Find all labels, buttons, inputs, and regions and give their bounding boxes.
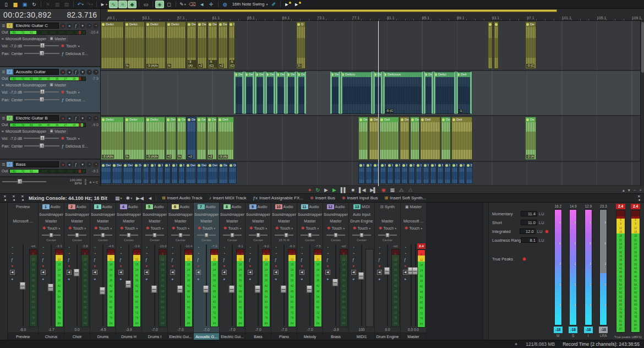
track-grip-icon[interactable]: ≣ bbox=[2, 69, 6, 74]
automation-mode-control[interactable]: ✱Touch▾ bbox=[64, 224, 90, 232]
track-lane[interactable]: Delici-3 (A)fxDelicifxDelici-3 (A)fxDeli… bbox=[101, 116, 644, 162]
audio-clip[interactable]: Delicious-5 (C bbox=[383, 72, 423, 114]
track-menu-caret[interactable]: ▾ bbox=[80, 69, 85, 75]
audio-clip[interactable]: De bbox=[459, 162, 465, 184]
audio-clip[interactable]: Del bbox=[208, 162, 218, 184]
fader-handle[interactable] bbox=[332, 279, 339, 286]
pan-slider-handle[interactable] bbox=[308, 233, 312, 237]
knob-b-icon[interactable]: ◔ bbox=[93, 116, 99, 121]
strip-fx-button[interactable]: ƒ bbox=[326, 258, 329, 262]
knob-b-icon[interactable]: ◔ bbox=[93, 162, 99, 167]
channel-strip-chorus[interactable]: 1AudioSoundmapperMaster✱Touch▾Center◔◔ƒ●… bbox=[39, 203, 64, 340]
track-header[interactable]: ≣♪Electric Guitar B●●ƒ▾◔◔Out817263544536… bbox=[0, 113, 100, 160]
volume-fader[interactable] bbox=[305, 243, 313, 327]
loop-playback-button[interactable]: ↻ bbox=[315, 186, 319, 194]
audio-clip[interactable]: Del bbox=[276, 72, 286, 114]
audio-clip[interactable]: Del+2 bbox=[207, 117, 217, 160]
fader-handle[interactable] bbox=[48, 284, 54, 291]
record-arm-button[interactable]: ● bbox=[60, 162, 66, 167]
pan-slider[interactable] bbox=[245, 232, 271, 238]
mute-button[interactable]: ● bbox=[11, 277, 13, 281]
channel-strip-preview[interactable]: Preview Microsoft ... ◔◔ƒ●◀●-inf.6121824… bbox=[8, 203, 39, 340]
audio-clip[interactable]: De bbox=[408, 162, 415, 184]
audio-clip[interactable]: Del bbox=[330, 72, 340, 114]
audio-clip[interactable]: De bbox=[437, 162, 444, 184]
strip-fx-button[interactable]: ƒ bbox=[352, 258, 354, 262]
pan-slider[interactable] bbox=[323, 232, 348, 238]
knob-b-icon[interactable]: ◔ bbox=[223, 252, 225, 255]
strip-fx-button[interactable]: ƒ bbox=[404, 258, 406, 262]
audio-clip[interactable]: Deli-3 (A) bbox=[217, 117, 234, 160]
record-arm-button[interactable]: ● bbox=[326, 264, 329, 268]
automation-mode-control[interactable]: ✱Touch▾ bbox=[90, 224, 116, 232]
audio-clip[interactable]: Deli bbox=[420, 117, 440, 160]
arrangement-area[interactable]: DeliciDelicifxDelici-3 (A)fxDelicifxDeli… bbox=[101, 21, 644, 186]
monitor-button[interactable]: ◀ bbox=[170, 270, 175, 275]
audio-clip[interactable]: De bbox=[380, 162, 386, 184]
pan-slider-handle[interactable] bbox=[231, 233, 234, 237]
volume-fader[interactable] bbox=[73, 243, 80, 327]
knob-b-icon[interactable]: ◔ bbox=[326, 252, 329, 255]
monitor-button[interactable]: ◀ bbox=[222, 270, 227, 275]
audio-clip[interactable]: De bbox=[171, 162, 178, 184]
dock-tab-close-3[interactable]: ✕◂ bbox=[20, 195, 25, 202]
mix-to-file-button[interactable]: ▦ bbox=[390, 186, 395, 194]
knob-b-icon[interactable]: ◔ bbox=[301, 252, 303, 255]
zoom-in-button[interactable]: + bbox=[639, 188, 642, 193]
insert-audio-track-button[interactable]: ⊞Insert Audio Track bbox=[160, 195, 205, 200]
selection-tool-button[interactable]: ◈ bbox=[155, 1, 164, 8]
strip-bus-label[interactable]: Drum Engine bbox=[349, 218, 374, 224]
track-header[interactable]: ≣♪Bass●●ƒ▾◔◔Out81726354453627189-9.1 bbox=[0, 160, 100, 177]
pan-slider[interactable] bbox=[349, 232, 374, 238]
knob-b-icon[interactable]: ◔ bbox=[275, 252, 277, 255]
draw-tool-button[interactable]: ►▾ bbox=[99, 1, 108, 8]
audio-clip[interactable]: Delici bbox=[434, 72, 456, 114]
record-arm-button[interactable]: ● bbox=[60, 116, 66, 121]
play-button[interactable]: ▶ bbox=[332, 186, 336, 194]
audio-clip[interactable]: De bbox=[178, 162, 185, 184]
knob-b-icon[interactable]: ◔ bbox=[94, 252, 96, 255]
strip-name-label[interactable]: Drum Engine bbox=[375, 333, 400, 340]
monitor-button[interactable]: ◀ bbox=[118, 270, 123, 275]
fader-handle[interactable] bbox=[255, 285, 261, 293]
playhead-cursor[interactable] bbox=[378, 21, 379, 186]
pan-slider-handle[interactable] bbox=[334, 233, 338, 237]
bus-assign-button[interactable]: ▣Master bbox=[48, 128, 68, 134]
monitor-button[interactable]: ◀ bbox=[92, 270, 97, 275]
track-menu-caret[interactable]: ▾ bbox=[80, 23, 85, 29]
knob-b-icon[interactable]: ◔ bbox=[68, 252, 70, 255]
knob-b-icon[interactable]: ◔ bbox=[93, 69, 99, 75]
volume-slider-handle[interactable] bbox=[40, 89, 45, 94]
automation-caret-icon[interactable]: ▾ bbox=[78, 137, 80, 140]
track-menu-caret[interactable]: ▾ bbox=[80, 162, 85, 167]
new-file-button[interactable]: ▯ bbox=[2, 1, 10, 8]
audio-clip[interactable]: Del bbox=[400, 117, 410, 160]
track-zoom-slider[interactable] bbox=[2, 181, 46, 182]
record-button[interactable]: ● bbox=[308, 186, 310, 194]
strip-fx-button[interactable]: ƒ bbox=[171, 258, 173, 262]
automation-mode-control[interactable]: ✱Touch▾ bbox=[142, 224, 167, 232]
track-name-field[interactable]: Electric Guitar B bbox=[14, 115, 59, 121]
audio-clip[interactable]: De-2 (A bbox=[525, 117, 536, 160]
bus-assign-button[interactable]: ▣Master bbox=[48, 36, 68, 41]
volume-fader[interactable] bbox=[47, 243, 54, 327]
cut-button[interactable]: ✕ bbox=[43, 1, 52, 8]
go-to-start-button[interactable]: ▌◀ bbox=[359, 186, 365, 194]
strip-bus-label[interactable]: Master bbox=[245, 218, 271, 224]
track-grip-icon[interactable]: ≣ bbox=[2, 116, 6, 121]
insert-input-bus-button[interactable]: ⊕Insert Input Bus bbox=[340, 195, 380, 200]
volume-fader[interactable] bbox=[280, 243, 287, 327]
groove-pool-select[interactable]: 16th Note Swing▾ bbox=[230, 1, 269, 8]
strip-bus-label[interactable]: Master bbox=[194, 218, 219, 224]
insert-bus-button[interactable]: ⊕Insert Bus bbox=[308, 195, 337, 200]
pan-slider-handle[interactable] bbox=[179, 233, 183, 237]
record-arm-button[interactable]: ● bbox=[119, 264, 122, 268]
dock-tab-close-2[interactable]: ✕◂ bbox=[11, 195, 17, 202]
volume-fader[interactable] bbox=[176, 243, 184, 327]
stop-button[interactable]: ■ bbox=[352, 186, 354, 194]
monitor-button[interactable]: ◀ bbox=[299, 270, 304, 275]
record-arm-button[interactable]: ● bbox=[145, 264, 148, 268]
strip-bus-label[interactable]: Master bbox=[64, 218, 90, 224]
volume-fader[interactable] bbox=[409, 243, 413, 327]
strip-name-label[interactable]: Master bbox=[401, 333, 426, 340]
